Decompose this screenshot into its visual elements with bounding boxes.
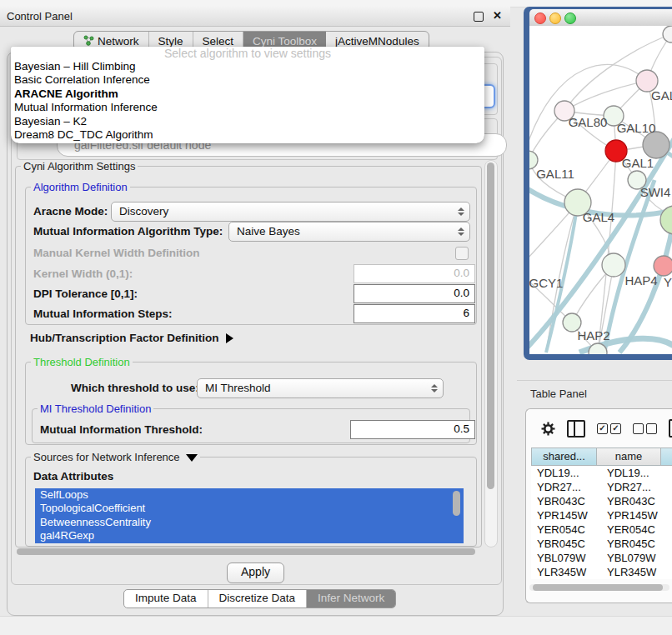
data-attribute-item[interactable]: gal4RGexp — [35, 529, 464, 542]
network-node-hap4[interactable] — [602, 253, 625, 277]
data-attribute-item[interactable]: TopologicalCoefficient — [35, 502, 464, 515]
algorithm-option[interactable]: Basic Correlation Inference — [11, 73, 484, 87]
algorithm-option[interactable]: Dream8 DC_TDC Algorithm — [11, 128, 484, 142]
tab-label: Network — [98, 35, 139, 48]
table-row[interactable]: YBR043CYBR043C — [531, 494, 672, 508]
control-panel-titlebar: Control Panel ✕ — [0, 7, 510, 27]
table-panel: ✓✓ shared...nameAYDL19...YDL19...13YDR27… — [525, 408, 672, 603]
network-window-titlebar[interactable] — [529, 9, 672, 27]
table-cell: YDR27... — [601, 480, 670, 494]
mi-type-value: Naive Bayes — [237, 222, 300, 240]
which-threshold-select[interactable]: MI Threshold — [197, 378, 444, 398]
combo-arrows-icon — [458, 228, 464, 236]
float-panel-icon[interactable] — [474, 12, 484, 22]
algorithm-option[interactable]: Bayesian – Hill Climbing — [11, 60, 484, 73]
dpi-tolerance-label: DPI Tolerance [0,1]: — [33, 288, 138, 300]
table-cell: YDL19... — [601, 466, 670, 480]
data-attribute-item[interactable]: BetweennessCentrality — [35, 516, 464, 529]
bottom-tab-discretize-data[interactable]: Discretize Data — [208, 590, 308, 608]
aracne-mode-select[interactable]: Discovery — [111, 202, 470, 222]
table-cell: YBR045C — [531, 537, 601, 551]
table-cell: YER054C — [531, 522, 601, 537]
algorithm-option[interactable]: Bayesian – K2 — [11, 115, 484, 128]
aracne-mode-label: Aracne Mode: — [33, 205, 108, 218]
table-cell: YBR043C — [531, 494, 601, 508]
which-threshold-value: MI Threshold — [205, 379, 271, 397]
table-cell: YDR27... — [531, 480, 601, 494]
kernel-width-label: Kernel Width (0,1): — [33, 268, 133, 280]
mi-threshold-label: Mutual Information Threshold: — [40, 423, 203, 436]
bottom-tabs: Impute DataDiscretize DataInfer Network — [123, 589, 396, 608]
deselect-all-checks-icon[interactable] — [633, 423, 657, 434]
chevron-right-icon — [226, 333, 233, 343]
table-horizontal-scrollbar[interactable] — [529, 584, 669, 591]
mi-steps-input[interactable]: 6 — [354, 304, 475, 323]
kernel-width-input[interactable]: 0.0 — [354, 264, 475, 283]
network-node-label: HAP2 — [577, 328, 609, 342]
bottom-tab-impute-data[interactable]: Impute Data — [124, 590, 208, 608]
algorithm-definition-title: Algorithm Definition — [31, 181, 130, 193]
close-window-icon[interactable] — [534, 12, 546, 24]
hub-section-toggle[interactable]: Hub/Transcription Factor Definition — [30, 332, 233, 344]
list-scrollbar[interactable] — [453, 491, 460, 516]
data-attributes-label: Data Attributes — [33, 470, 113, 482]
data-attribute-item[interactable]: SelfLoops — [35, 488, 464, 502]
manual-kernel-checkbox[interactable] — [455, 247, 469, 260]
tab-label: jActiveMNodules — [335, 35, 419, 48]
table-row[interactable]: YDL19...YDL19...13 — [531, 466, 672, 480]
network-node[interactable] — [663, 26, 672, 42]
network-window[interactable]: GALGAL80GAL10GAL1GAL11SWI4GAL4HAP4YGCY1H… — [524, 7, 672, 360]
table-panel-title: Table Panel — [517, 388, 587, 400]
network-node[interactable] — [643, 132, 669, 158]
column-header[interactable]: A — [660, 448, 672, 466]
app-root: Control Panel ✕ NetworkStyleSelectCyni T… — [0, 0, 672, 635]
table-cell: YBR045C — [601, 537, 670, 551]
table-header-row: shared...nameA — [531, 448, 672, 466]
network-node-label: GAL — [651, 88, 672, 102]
combo-arrows-icon — [458, 208, 464, 216]
table-cell: YLR345W — [531, 565, 601, 579]
apply-button[interactable]: Apply — [227, 562, 284, 583]
mi-threshold-title: MI Threshold Definition — [38, 402, 153, 415]
mi-threshold-input[interactable]: 0.5 — [350, 420, 475, 439]
table-cell: YPR145W — [531, 508, 601, 522]
select-all-checks-icon[interactable]: ✓✓ — [597, 423, 621, 434]
status-bar — [0, 616, 672, 635]
data-attributes-list[interactable]: SelfLoopsTopologicalCoefficientBetweenne… — [35, 488, 464, 543]
bottom-tab-infer-network[interactable]: Infer Network — [307, 590, 395, 608]
columns-icon[interactable] — [567, 420, 585, 438]
table-row[interactable]: YLR345WYLR345W9. — [531, 565, 672, 579]
gear-icon[interactable] — [541, 422, 555, 436]
document-icon[interactable] — [669, 419, 672, 438]
network-canvas[interactable]: GALGAL80GAL10GAL1GAL11SWI4GAL4HAP4YGCY1H… — [529, 26, 672, 354]
close-panel-icon[interactable]: ✕ — [493, 9, 502, 22]
network-node-label: Y — [664, 275, 672, 289]
zoom-window-icon[interactable] — [564, 12, 576, 24]
table-row[interactable]: YBL079WYBL079W — [531, 551, 672, 565]
table-row[interactable]: YBR045CYBR045C9. — [531, 537, 672, 551]
settings-horizontal-scrollbar[interactable] — [15, 548, 480, 556]
manual-kernel-label: Manual Kernel Width Definition — [33, 247, 199, 259]
network-node-label: GAL1 — [622, 156, 654, 170]
algorithm-option[interactable]: Mutual Information Inference — [11, 101, 484, 114]
algorithm-option[interactable]: ARACNE Algorithm — [11, 88, 484, 101]
table-row[interactable]: YDR27...YDR27...12 — [531, 480, 672, 494]
table-row[interactable]: YER054CYER054C8. — [531, 522, 672, 537]
which-threshold-label: Which threshold to use: — [71, 382, 199, 394]
table-cell: YDL19... — [531, 466, 601, 480]
column-header[interactable]: name — [596, 448, 660, 466]
table-row[interactable]: YPR145WYPR145W9. — [531, 508, 672, 522]
network-edge[interactable] — [529, 64, 647, 151]
node-table[interactable]: shared...nameAYDL19...YDL19...13YDR27...… — [531, 448, 672, 579]
tab-label: Select — [203, 35, 234, 48]
network-graph[interactable]: GALGAL80GAL10GAL1GAL11SWI4GAL4HAP4YGCY1H… — [529, 26, 672, 354]
sources-title[interactable]: Sources for Network Inference — [31, 451, 200, 463]
sources-title-text: Sources for Network Inference — [33, 451, 180, 463]
panel-title: Control Panel — [0, 10, 73, 22]
dpi-tolerance-input[interactable]: 0.0 — [354, 284, 475, 303]
network-node-label: GAL80 — [569, 115, 608, 129]
minimize-window-icon[interactable] — [549, 12, 561, 24]
settings-vertical-scrollbar[interactable] — [484, 160, 498, 548]
mi-type-select[interactable]: Naive Bayes — [228, 222, 470, 242]
column-header[interactable]: shared... — [531, 448, 596, 466]
